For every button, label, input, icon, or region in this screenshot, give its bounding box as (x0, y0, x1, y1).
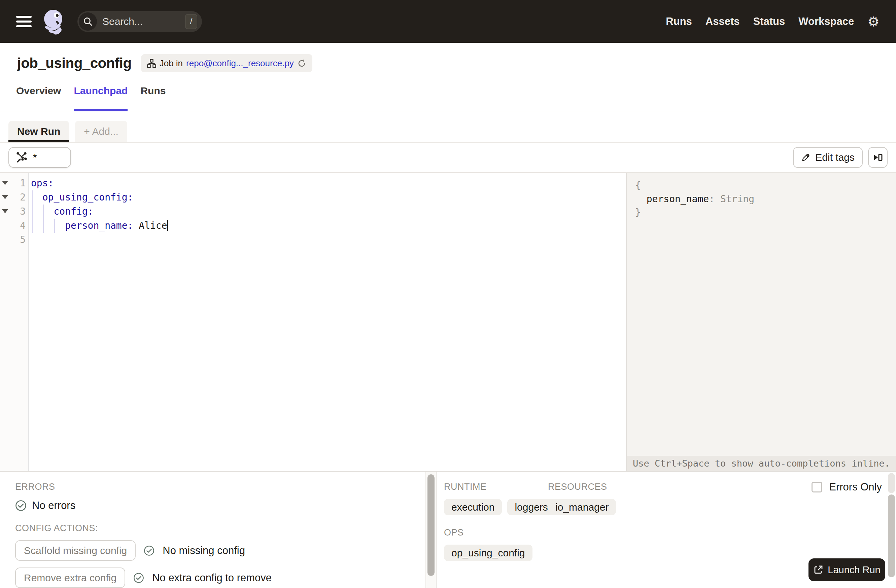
errors-only-toggle[interactable]: Errors Only (812, 481, 882, 493)
tab-overview[interactable]: Overview (16, 85, 61, 111)
runtime-ops-column: RUNTIME execution loggers OPS op_using_c… (444, 482, 548, 588)
gear-icon[interactable]: ⚙ (867, 15, 879, 28)
check-circle-icon (144, 545, 154, 556)
scrollbar-thumb[interactable] (427, 474, 434, 576)
line-number: 1 (20, 176, 26, 190)
code-line: person_name: Alice (31, 219, 626, 233)
job-icon (147, 59, 156, 68)
tab-new-run[interactable]: New Run (8, 121, 69, 142)
resources-label: RESOURCES (548, 482, 616, 492)
search-icon (79, 12, 97, 30)
op-graph-icon (15, 151, 28, 164)
tag-io-manager[interactable]: io_manager (548, 499, 616, 515)
errors-only-checkbox[interactable] (812, 482, 822, 492)
tag-execution[interactable]: execution (444, 499, 502, 515)
expand-panel-icon (872, 152, 884, 163)
check-circle-icon (15, 500, 27, 511)
scaffold-missing-config-button[interactable]: Scaffold missing config (15, 540, 136, 561)
check-circle-icon (133, 573, 144, 583)
errors-only-label: Errors Only (829, 481, 882, 493)
tab-runs[interactable]: Runs (140, 85, 166, 111)
ops-label: OPS (444, 527, 548, 538)
nav-link-status[interactable]: Status (753, 15, 785, 27)
code-line: ops: (31, 176, 626, 190)
code-line: op_using_config: (31, 190, 626, 205)
search-placeholder: Search... (102, 16, 185, 27)
toolbar-actions: Edit tags (793, 147, 888, 168)
edit-tags-label: Edit tags (815, 152, 855, 163)
dagster-logo[interactable] (41, 8, 67, 35)
launch-run-button[interactable]: Launch Run (809, 558, 885, 581)
op-selector-input[interactable]: * (8, 147, 71, 168)
action-status-text: No extra config to remove (152, 572, 272, 584)
job-tabs: Overview Launchpad Runs (0, 85, 896, 111)
search-shortcut-key: / (185, 14, 197, 29)
line-number: 3 (20, 205, 26, 219)
ops-tags: op_using_config (444, 545, 548, 561)
config-schema-panel: { person_name: String } Use Ctrl+Space t… (626, 173, 896, 471)
errors-panel: ERRORS No errors CONFIG ACTIONS: Scaffol… (0, 472, 425, 588)
errors-label: ERRORS (15, 482, 425, 492)
launchpad-tab-strip: New Run + Add... (0, 121, 896, 143)
pencil-icon (801, 153, 811, 162)
runtime-label: RUNTIME (444, 482, 548, 492)
autocomplete-hint: Use Ctrl+Space to show auto-completions … (627, 456, 896, 471)
bottom-panel: ERRORS No errors CONFIG ACTIONS: Scaffol… (0, 471, 896, 588)
fold-arrow-icon[interactable] (2, 181, 8, 185)
edit-tags-button[interactable]: Edit tags (793, 147, 862, 168)
fold-arrow-icon[interactable] (2, 195, 8, 199)
scrollbar-segment (888, 473, 895, 493)
action-status-text: No missing config (163, 545, 245, 557)
op-selector-value: * (33, 151, 37, 164)
config-editor[interactable]: 1 2 3 4 5 ops: op_using_config: config: … (0, 173, 626, 471)
page-header: job_using_config Job in repo@config..._r… (17, 53, 896, 74)
tab-add-config[interactable]: + Add... (75, 121, 127, 142)
config-actions-label: CONFIG ACTIONS: (15, 523, 425, 533)
page-title: job_using_config (17, 55, 132, 71)
code-line: config: (31, 205, 626, 219)
scrollbar-thumb[interactable] (888, 494, 895, 577)
right-edge-scrollbar (888, 473, 895, 586)
yaml-code[interactable]: ops: op_using_config: config: person_nam… (31, 176, 626, 247)
schema-brace: { (635, 179, 896, 192)
toggle-panel-button[interactable] (868, 147, 888, 168)
resources-tags: io_manager (548, 499, 616, 515)
action-row: Remove extra config No extra config to r… (15, 567, 425, 588)
remove-extra-config-button[interactable]: Remove extra config (15, 567, 125, 588)
fold-arrow-icon[interactable] (2, 209, 8, 213)
action-row: Scaffold missing config No missing confi… (15, 540, 425, 561)
text-cursor (167, 220, 168, 231)
repo-link[interactable]: repo@config..._resource.py (186, 58, 294, 68)
nav-link-workspace[interactable]: Workspace (798, 15, 854, 27)
reload-icon[interactable] (297, 59, 306, 68)
line-number: 4 (20, 219, 26, 233)
nav-link-runs[interactable]: Runs (666, 15, 692, 27)
launchpad-toolbar: * Edit tags (0, 143, 896, 173)
top-nav: Search... / Runs Assets Status Workspace… (0, 0, 896, 43)
nav-link-assets[interactable]: Assets (706, 15, 740, 27)
launchpad-main: 1 2 3 4 5 ops: op_using_config: config: … (0, 173, 896, 471)
tag-op-using-config[interactable]: op_using_config (444, 545, 532, 561)
errors-status-text: No errors (32, 500, 75, 512)
runtime-tags: execution loggers (444, 499, 548, 515)
job-origin-badge: Job in repo@config..._resource.py (141, 54, 312, 72)
line-number: 5 (20, 233, 26, 247)
schema-entry: person_name: String (635, 192, 896, 206)
panel-scrollbar (425, 472, 437, 588)
resources-column: RESOURCES io_manager (548, 482, 616, 588)
line-number: 2 (20, 190, 26, 205)
launch-run-label: Launch Run (828, 564, 880, 576)
code-line (31, 233, 626, 247)
schema-brace: } (635, 206, 896, 219)
editor-gutter: 1 2 3 4 5 (0, 173, 29, 471)
launch-icon (813, 565, 823, 575)
nav-links: Runs Assets Status Workspace ⚙ (666, 15, 879, 28)
search-input[interactable]: Search... / (78, 11, 202, 32)
tab-launchpad[interactable]: Launchpad (74, 85, 128, 111)
errors-status-row: No errors (15, 500, 425, 512)
job-badge-prefix: Job in (160, 58, 183, 68)
hamburger-menu-icon[interactable] (16, 16, 32, 27)
